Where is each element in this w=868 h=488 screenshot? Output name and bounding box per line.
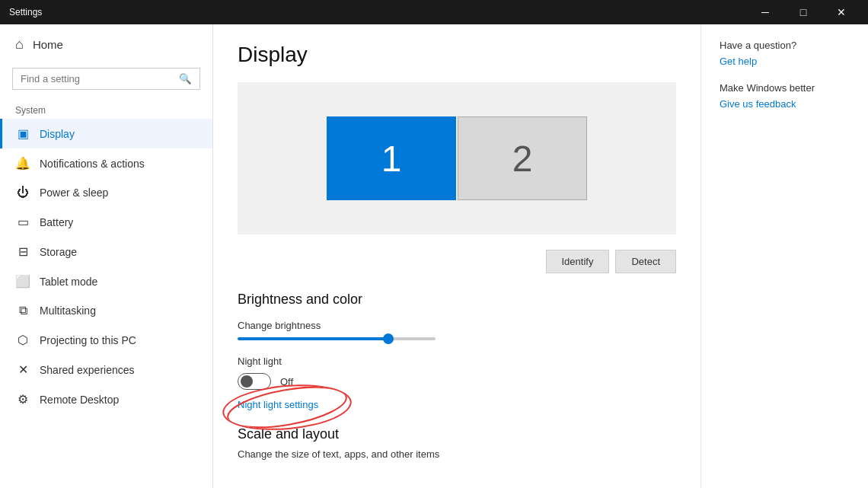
- scale-section-heading: Scale and layout: [238, 426, 676, 442]
- sidebar-item-storage[interactable]: ⊟ Storage: [0, 237, 212, 266]
- battery-icon: ▭: [15, 215, 30, 229]
- monitor-container: 1 2: [327, 116, 587, 200]
- sidebar-item-label: Battery: [40, 216, 73, 228]
- app-title: Settings: [9, 7, 42, 18]
- sidebar-scroll: ▣ Display 🔔 Notifications & actions ⏻ Po…: [0, 119, 212, 488]
- sidebar-item-projecting[interactable]: ⬡ Projecting to this PC: [0, 325, 212, 355]
- sidebar-item-display[interactable]: ▣ Display: [0, 119, 212, 148]
- power-icon: ⏻: [15, 186, 30, 199]
- sidebar-item-multitasking[interactable]: ⧉ Multitasking: [0, 296, 212, 325]
- identify-button[interactable]: Identify: [546, 250, 610, 273]
- sidebar-item-label: Projecting to this PC: [40, 334, 136, 346]
- monitor-display-area: 1 2: [238, 82, 676, 234]
- night-light-link-wrapper: Night light settings: [238, 396, 318, 411]
- home-nav-item[interactable]: ⌂ Home: [0, 24, 212, 65]
- sidebar-item-label: Shared experiences: [40, 364, 135, 376]
- monitor-1-label: 1: [381, 138, 402, 180]
- title-bar: Settings ─ □ ✕: [0, 0, 868, 24]
- sidebar-item-label: Notifications & actions: [40, 158, 145, 170]
- sidebar-item-battery[interactable]: ▭ Battery: [0, 207, 212, 237]
- home-icon: ⌂: [15, 37, 24, 53]
- right-panel: Have a question? Get help Make Windows b…: [700, 24, 868, 488]
- window-controls: ─ □ ✕: [748, 0, 859, 24]
- search-input[interactable]: [13, 69, 171, 89]
- night-light-section: Night light Off Night light settings: [238, 356, 676, 411]
- detect-button[interactable]: Detect: [615, 250, 676, 273]
- display-icon: ▣: [15, 126, 30, 141]
- maximize-button[interactable]: □: [786, 0, 821, 24]
- system-section-label: System: [0, 99, 212, 119]
- help-title: Have a question?: [720, 40, 850, 51]
- sidebar-item-label: Multitasking: [40, 305, 96, 317]
- remote-icon: ⚙: [15, 392, 30, 407]
- home-label: Home: [33, 38, 63, 51]
- night-light-label: Night light: [238, 356, 676, 367]
- night-light-toggle[interactable]: [238, 373, 271, 390]
- feedback-title: Make Windows better: [720, 82, 850, 94]
- search-box: 🔍: [12, 68, 200, 90]
- sidebar-item-label: Display: [40, 128, 75, 140]
- monitor-2[interactable]: 2: [458, 116, 587, 200]
- page-title: Display: [238, 43, 676, 67]
- scale-description: Change the size of text, apps, and other…: [238, 448, 676, 460]
- change-brightness-label: Change brightness: [238, 320, 676, 331]
- close-button[interactable]: ✕: [824, 0, 859, 24]
- tablet-icon: ⬜: [15, 274, 30, 289]
- projecting-icon: ⬡: [15, 333, 30, 347]
- sidebar-item-shared[interactable]: ✕ Shared experiences: [0, 355, 212, 384]
- sidebar-item-label: Storage: [40, 246, 77, 258]
- sidebar: ⌂ Home 🔍 System ▣ Display 🔔 Notification…: [0, 24, 213, 488]
- search-button[interactable]: 🔍: [171, 69, 199, 89]
- toggle-knob: [241, 375, 253, 388]
- main-content: Display 1 2 Identify Detect Brightness a…: [213, 24, 700, 488]
- night-light-row: Off: [238, 373, 676, 390]
- sidebar-item-label: Remote Desktop: [40, 394, 119, 406]
- brightness-slider-thumb[interactable]: [383, 333, 394, 344]
- sidebar-item-power[interactable]: ⏻ Power & sleep: [0, 178, 212, 207]
- sidebar-item-label: Tablet mode: [40, 276, 97, 288]
- night-light-settings-link[interactable]: Night light settings: [238, 399, 318, 410]
- get-help-link[interactable]: Get help: [720, 56, 850, 67]
- brightness-section-heading: Brightness and color: [238, 292, 676, 308]
- multitasking-icon: ⧉: [15, 304, 30, 317]
- sidebar-item-remote[interactable]: ⚙ Remote Desktop: [0, 384, 212, 414]
- brightness-slider-container: Change brightness: [238, 320, 676, 340]
- monitor-2-label: 2: [512, 138, 533, 180]
- notifications-icon: 🔔: [15, 156, 30, 171]
- sidebar-item-tablet[interactable]: ⬜ Tablet mode: [0, 266, 212, 296]
- monitor-1[interactable]: 1: [327, 116, 456, 200]
- sidebar-item-notifications[interactable]: 🔔 Notifications & actions: [0, 148, 212, 178]
- shared-icon: ✕: [15, 362, 30, 377]
- sidebar-item-label: Power & sleep: [40, 187, 108, 199]
- sidebar-search-area: 🔍: [0, 65, 212, 99]
- brightness-slider-track[interactable]: [238, 337, 436, 340]
- give-feedback-link[interactable]: Give us feedback: [720, 98, 850, 110]
- toggle-state-label: Off: [280, 376, 293, 388]
- app-container: ⌂ Home 🔍 System ▣ Display 🔔 Notification…: [0, 24, 868, 488]
- storage-icon: ⊟: [15, 244, 30, 259]
- minimize-button[interactable]: ─: [748, 0, 783, 24]
- monitor-buttons: Identify Detect: [238, 250, 676, 273]
